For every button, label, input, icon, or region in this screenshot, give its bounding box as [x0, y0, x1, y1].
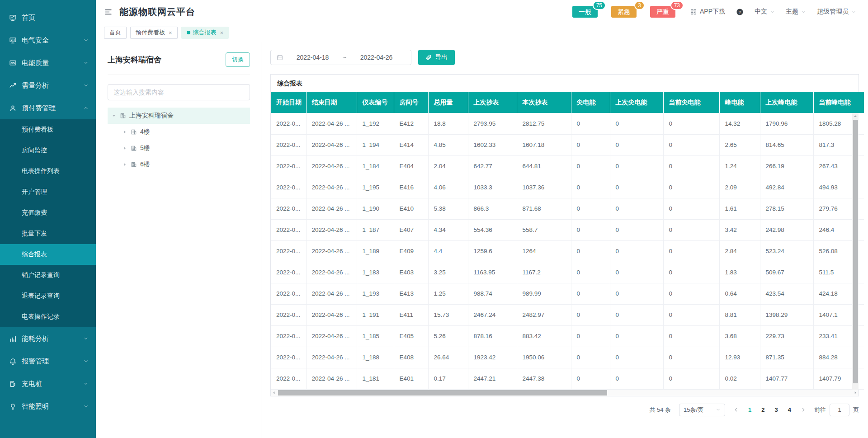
table-cell: 2022-0... [271, 304, 306, 325]
page-size-select[interactable]: 15条/页 [679, 404, 725, 416]
next-page-button[interactable] [800, 407, 806, 413]
page-number-2[interactable]: 2 [761, 406, 764, 413]
report-card: 综合报表 开始日期结束日期仪表编号房间号总用量上次抄表本次抄表尖电能上次尖电能当… [270, 74, 859, 396]
switch-button[interactable]: 切换 [226, 52, 250, 67]
tree-node-上海安科瑞宿舍[interactable]: 上海安科瑞宿舍 [108, 108, 250, 124]
tree-node-6楼[interactable]: 6楼 [108, 156, 250, 173]
smart-lighting-icon [9, 403, 17, 410]
tab-close-icon[interactable]: × [169, 29, 172, 36]
alarm-badge-严重[interactable]: 严重73 [650, 6, 675, 18]
table-cell: 0 [610, 325, 663, 347]
submenu-item-电表操作记录[interactable]: 电表操作记录 [0, 306, 96, 327]
sidebar-item-预付费管理[interactable]: 预付费管理 [0, 97, 96, 119]
sidebar-item-首页[interactable]: 首页 [0, 6, 96, 29]
submenu-item-退表记录查询[interactable]: 退表记录查询 [0, 286, 96, 306]
content: 上海安科瑞宿舍 切换 上海安科瑞宿舍4楼5楼6楼 2022-04-18 ~ 20… [96, 42, 868, 438]
goto-label: 前往 [814, 406, 826, 414]
scroll-up-icon[interactable] [853, 113, 858, 119]
submenu-item-电表操作列表[interactable]: 电表操作列表 [0, 161, 96, 182]
table-cell: 0 [610, 177, 663, 198]
building-icon [131, 145, 137, 151]
tab-close-icon[interactable]: × [220, 29, 224, 36]
table-header-row: 开始日期结束日期仪表编号房间号总用量上次抄表本次抄表尖电能上次尖电能当前尖电能峰… [271, 92, 864, 113]
submenu-item-预付费看板[interactable]: 预付费看板 [0, 119, 96, 140]
submenu-item-充值缴费[interactable]: 充值缴费 [0, 203, 96, 223]
language-label: 中文 [755, 8, 767, 16]
table-cell: 0 [610, 347, 663, 368]
alarm-badge-紧急[interactable]: 紧急3 [611, 6, 637, 18]
help-icon[interactable]: ? [736, 8, 744, 16]
menu-fold-icon[interactable] [104, 8, 113, 16]
table-cell: 2022-0... [271, 113, 306, 134]
table-row: 2022-0...2022-04-26 ...1_193E4131.25988.… [271, 283, 864, 304]
topbar-right: 一般75紧急3严重73 APP下载 ? 中文 主题 超级管理员 [572, 6, 856, 18]
submenu-item-批量下发[interactable]: 批量下发 [0, 223, 96, 244]
table-cell: 4.34 [428, 219, 468, 240]
divider [108, 75, 250, 75]
tree-search-input[interactable] [108, 84, 250, 100]
table-cell: 1_185 [357, 325, 394, 347]
vertical-scrollbar[interactable] [852, 113, 859, 390]
submenu-item-label: 预付费看板 [22, 126, 53, 134]
tree-node-4楼[interactable]: 4楼 [108, 124, 250, 140]
export-button[interactable]: 导出 [418, 50, 455, 65]
page-number-1[interactable]: 1 [748, 406, 751, 413]
table-cell: 0 [610, 134, 663, 155]
vertical-scrollbar-thumb[interactable] [853, 120, 858, 383]
sidebar-item-label: 充电桩 [22, 380, 42, 388]
prev-page-button[interactable] [733, 407, 739, 413]
table-cell: 866.3 [468, 198, 517, 219]
language-dropdown[interactable]: 中文 [755, 8, 775, 16]
chevron-down-icon [83, 38, 89, 43]
table-cell: 1_183 [357, 262, 394, 283]
sidebar-item-电能质量[interactable]: 电能质量 [0, 52, 96, 74]
sidebar-item-充电桩[interactable]: 充电桩 [0, 372, 96, 395]
table-cell: 1259.6 [468, 240, 517, 262]
tab-预付费看板[interactable]: 预付费看板× [130, 27, 178, 39]
app-download-link[interactable]: APP下载 [690, 8, 725, 16]
user-dropdown[interactable]: 超级管理员 [817, 8, 856, 16]
goto-page-input[interactable] [830, 404, 849, 416]
table-cell: 1790.96 [760, 113, 813, 134]
table-cell: 0 [663, 155, 719, 177]
chevron-down-icon [770, 9, 775, 14]
tree-node-5楼[interactable]: 5楼 [108, 140, 250, 156]
sidebar-item-智能照明[interactable]: 智能照明 [0, 395, 96, 418]
tree-panel: 上海安科瑞宿舍 切换 上海安科瑞宿舍4楼5楼6楼 [96, 42, 261, 438]
alarm-badge-一般[interactable]: 一般75 [572, 6, 598, 18]
table-cell: 0 [571, 219, 610, 240]
chevron-up-icon [83, 105, 89, 111]
horizontal-scrollbar-thumb[interactable] [278, 390, 607, 396]
page-number-4[interactable]: 4 [788, 406, 791, 413]
submenu-item-开户管理[interactable]: 开户管理 [0, 182, 96, 203]
tree-children: 4楼5楼6楼 [108, 124, 250, 173]
alarm-badge-label: 紧急 [618, 8, 630, 15]
submenu-item-综合报表[interactable]: 综合报表 [0, 244, 96, 265]
table-cell: 1923.42 [468, 347, 517, 368]
tab-综合报表[interactable]: 综合报表× [181, 27, 229, 39]
sidebar-item-报警管理[interactable]: 报警管理 [0, 350, 96, 372]
submenu-item-销户记录查询[interactable]: 销户记录查询 [0, 265, 96, 286]
table-cell: 644.81 [517, 155, 571, 177]
scroll-left-icon[interactable] [272, 391, 276, 395]
page-number-3[interactable]: 3 [775, 406, 778, 413]
table-row: 2022-0...2022-04-26 ...1_191E41115.73246… [271, 304, 864, 325]
alarm-badges: 一般75紧急3严重73 [572, 6, 675, 18]
table-row: 2022-0...2022-04-26 ...1_184E4042.04642.… [271, 155, 864, 177]
scroll-right-icon[interactable] [853, 391, 858, 395]
sidebar-item-电气安全[interactable]: 电气安全 [0, 29, 96, 52]
theme-dropdown[interactable]: 主题 [786, 8, 806, 16]
sidebar-item-label: 电能质量 [22, 59, 49, 67]
goto-page: 前往 页 [814, 404, 859, 416]
table-cell: 2447.38 [517, 368, 571, 389]
sidebar-item-需量分析[interactable]: 需量分析 [0, 74, 96, 97]
submenu-item-房间监控[interactable]: 房间监控 [0, 140, 96, 161]
alarm-badge-count: 3 [634, 1, 645, 10]
horizontal-scrollbar[interactable] [271, 390, 859, 396]
sidebar-item-能耗分析[interactable]: 能耗分析 [0, 327, 96, 350]
table-cell: 1.61 [719, 198, 760, 219]
tab-首页[interactable]: 首页 [104, 27, 127, 39]
page-title: 能源物联网云平台 [119, 6, 195, 18]
date-range-picker[interactable]: 2022-04-18 ~ 2022-04-26 [270, 50, 411, 65]
table-row: 2022-0...2022-04-26 ...1_189E4094.41259.… [271, 240, 864, 262]
